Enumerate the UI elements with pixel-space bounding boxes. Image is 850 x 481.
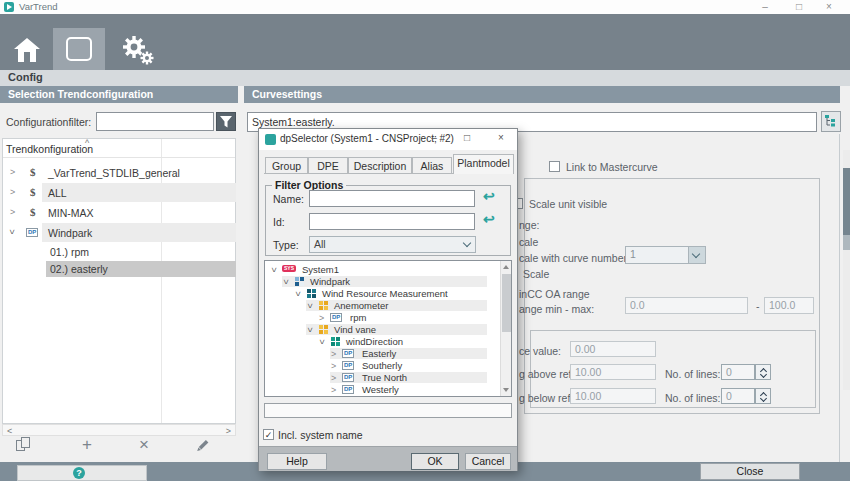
chevron-down-icon[interactable]: > bbox=[281, 279, 291, 284]
chevron-down-icon[interactable]: > bbox=[293, 291, 303, 296]
minimize-button[interactable]: – bbox=[754, 0, 776, 14]
name-label: Name: bbox=[273, 193, 304, 205]
tree-row[interactable]: > Vind vane bbox=[266, 324, 498, 335]
dollar-icon: $ bbox=[30, 206, 36, 218]
tree-row[interactable]: > $ _VarTrend_STDLIB_general bbox=[4, 163, 236, 182]
chevron-down-icon[interactable]: > bbox=[7, 229, 17, 234]
scrollbar-thumb[interactable] bbox=[843, 168, 850, 235]
tree-row[interactable]: > SYS System1 bbox=[266, 264, 498, 275]
tab-alias[interactable]: Alias bbox=[412, 157, 452, 174]
dialog-help-button[interactable]: Help bbox=[267, 453, 327, 470]
above-ref-field[interactable]: 10.00 bbox=[570, 364, 656, 380]
dp-badge-icon: DP bbox=[342, 349, 354, 358]
tab-group[interactable]: Group bbox=[265, 157, 308, 174]
tree-row[interactable]: > DP Westerly bbox=[266, 384, 498, 395]
dialog-maximize-button[interactable]: □ bbox=[457, 132, 477, 143]
tree-row[interactable]: > DP Southerly bbox=[266, 360, 498, 371]
tree-row[interactable]: > DP Windpark bbox=[4, 223, 236, 242]
add-icon[interactable]: + bbox=[82, 435, 92, 455]
horizontal-scrollbar[interactable]: < > bbox=[2, 424, 236, 436]
filter-button[interactable] bbox=[216, 112, 236, 131]
chevron-right-icon[interactable]: > bbox=[331, 373, 336, 383]
tab-description[interactable]: Description bbox=[348, 157, 412, 174]
delete-icon[interactable]: × bbox=[139, 435, 149, 455]
curve-number-dropdown[interactable]: 1 bbox=[625, 246, 706, 264]
reference-value-field[interactable]: 0.00 bbox=[570, 341, 656, 357]
chevron-down-icon[interactable]: > bbox=[317, 339, 327, 344]
type-dropdown[interactable]: All bbox=[309, 236, 476, 253]
tree-row[interactable]: > Windpark bbox=[266, 276, 498, 287]
curve-number-value: 1 bbox=[630, 248, 636, 260]
right-scrollbar[interactable] bbox=[843, 150, 850, 390]
dialog-close-button[interactable]: × bbox=[491, 132, 511, 143]
windpark-icon bbox=[295, 277, 304, 286]
scrollbar-thumb[interactable] bbox=[502, 274, 511, 332]
chevron-right-icon[interactable]: > bbox=[319, 313, 324, 323]
help-button[interactable]: ? bbox=[17, 465, 147, 481]
tree-row-label: rpm bbox=[350, 312, 366, 323]
chevron-right-icon[interactable]: > bbox=[331, 385, 336, 395]
tree-row[interactable]: > $ MIN-MAX bbox=[4, 203, 236, 222]
dialog-ok-button[interactable]: OK bbox=[411, 453, 459, 470]
range-max-field[interactable]: 100.0 bbox=[764, 297, 814, 314]
scroll-up-icon[interactable] bbox=[503, 265, 509, 269]
lines-value-1[interactable]: 0 bbox=[721, 364, 755, 380]
tab-plantmodel[interactable]: Plantmodel bbox=[453, 154, 514, 174]
tree-row[interactable]: > Anemometer bbox=[266, 300, 498, 311]
dialog-cancel-button[interactable]: Cancel bbox=[465, 453, 511, 470]
wincc-range-label-fragment: inCC OA range bbox=[519, 288, 590, 300]
below-ref-field[interactable]: 10.00 bbox=[570, 388, 656, 404]
chevron-right-icon[interactable]: > bbox=[10, 207, 15, 217]
dialog-tree-scrollbar[interactable] bbox=[500, 261, 511, 396]
tree-row[interactable]: > windDirection bbox=[266, 336, 498, 347]
dialog-icon bbox=[265, 134, 276, 145]
link-mastercurve-checkbox[interactable] bbox=[549, 161, 560, 172]
tree-row-label: Easterly bbox=[362, 348, 396, 359]
plant-node-icon bbox=[331, 337, 340, 346]
tree-row-label: 01.) rpm bbox=[50, 246, 89, 258]
copy-icon-front[interactable] bbox=[21, 437, 30, 448]
lines-spinner-2[interactable] bbox=[755, 388, 771, 404]
tree-row[interactable]: > $ ALL bbox=[4, 183, 236, 202]
tree-row[interactable]: > DP rpm bbox=[266, 312, 498, 323]
range-min-field[interactable]: 0.0 bbox=[625, 297, 748, 314]
chevron-down-icon[interactable]: > bbox=[305, 303, 315, 308]
configuration-filter-input[interactable] bbox=[96, 112, 214, 131]
incl-system-name-checkbox[interactable]: ✓ bbox=[263, 429, 274, 440]
tree-row-label: Southerly bbox=[362, 360, 402, 371]
tree-row[interactable]: > DP Easterly bbox=[266, 348, 498, 359]
maximize-button[interactable]: □ bbox=[788, 0, 810, 14]
id-input[interactable] bbox=[309, 213, 475, 230]
dialog-titlebar[interactable]: dpSelector (System1 - CNSProject; #2) – … bbox=[259, 129, 517, 150]
scroll-right-arrow[interactable]: > bbox=[226, 426, 231, 436]
scroll-left-arrow[interactable]: < bbox=[7, 426, 12, 436]
window-titlebar: VarTrend – □ × bbox=[0, 0, 850, 14]
chevron-right-icon[interactable]: > bbox=[331, 349, 336, 359]
lines-value-2[interactable]: 0 bbox=[721, 388, 755, 404]
chevron-right-icon[interactable]: > bbox=[10, 167, 15, 177]
name-input[interactable] bbox=[309, 190, 475, 207]
tree-row-selected[interactable]: 02.) easterly bbox=[4, 261, 236, 277]
scale-unit-label: Scale unit visible bbox=[529, 198, 607, 210]
chevron-down-icon[interactable]: > bbox=[305, 327, 315, 332]
lines-spinner-1[interactable] bbox=[755, 364, 771, 380]
lines-label-1: No. of lines: bbox=[665, 368, 720, 380]
tree-row[interactable]: 01.) rpm bbox=[4, 245, 236, 260]
edit-pencil-icon[interactable] bbox=[194, 438, 210, 454]
tab-dpe[interactable]: DPE bbox=[308, 157, 348, 174]
close-button[interactable]: Close bbox=[700, 463, 800, 480]
tree-header[interactable]: Trendkonfiguration bbox=[6, 143, 93, 155]
chevron-down-icon[interactable]: > bbox=[269, 267, 279, 272]
scroll-down-icon[interactable] bbox=[503, 388, 509, 392]
name-reset-icon[interactable]: ↩ bbox=[483, 188, 495, 204]
range-label-fragment: nge: bbox=[519, 219, 539, 231]
chevron-right-icon[interactable]: > bbox=[10, 187, 15, 197]
close-window-button[interactable]: × bbox=[818, 0, 840, 14]
chevron-right-icon[interactable]: > bbox=[331, 361, 336, 371]
tree-row[interactable]: > Wind Resource Measurement bbox=[266, 288, 498, 299]
tree-row[interactable]: > DP True North bbox=[266, 372, 498, 383]
id-reset-icon[interactable]: ↩ bbox=[483, 211, 495, 227]
selected-path-field[interactable] bbox=[264, 403, 512, 418]
dialog-minimize-button[interactable]: – bbox=[424, 132, 444, 143]
dpe-select-button[interactable] bbox=[821, 111, 841, 132]
